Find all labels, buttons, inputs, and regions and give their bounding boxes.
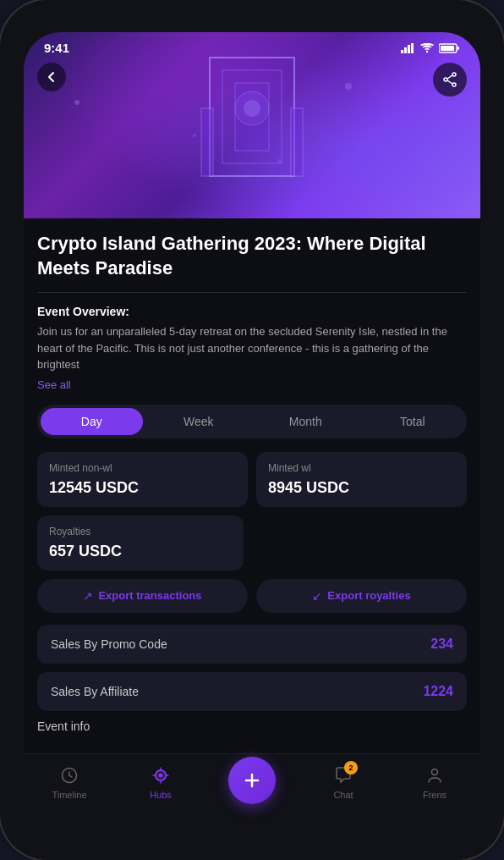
nav-icon-hubs <box>150 764 172 786</box>
share-icon <box>442 72 457 87</box>
content-area: Crypto Island Gathering 2023: Where Digi… <box>24 218 480 828</box>
svg-point-14 <box>452 73 456 76</box>
stat-label-minted-non-wl: Minted non-wl <box>49 462 236 474</box>
sales-affiliate-value: 1224 <box>423 684 453 699</box>
tab-total[interactable]: Total <box>362 408 464 435</box>
export-royalties-button[interactable]: ↙ Export royalties <box>256 579 467 613</box>
export-royalties-label: Export royalties <box>327 589 410 602</box>
event-overview-label: Event Overview: <box>37 305 467 318</box>
sales-promo-label: Sales By Promo Code <box>51 637 167 651</box>
hero-image <box>24 32 480 218</box>
back-button[interactable] <box>37 63 66 91</box>
event-info-label: Event info <box>37 719 467 733</box>
action-buttons: ↗ Export transactions ↙ Export royalties <box>37 579 467 613</box>
stats-grid: Minted non-wl 12545 USDC Minted wl 8945 … <box>37 452 467 507</box>
sales-promo-value: 234 <box>430 637 453 652</box>
svg-rect-10 <box>201 108 213 176</box>
svg-point-20 <box>432 769 438 775</box>
stat-label-minted-wl: Minted wl <box>268 462 455 474</box>
nav-icon-frens <box>424 764 446 786</box>
signal-icon <box>401 43 415 53</box>
svg-rect-2 <box>408 45 410 53</box>
export-transactions-label: Export transactions <box>98 589 201 602</box>
person-icon <box>425 766 444 785</box>
svg-rect-3 <box>411 43 414 53</box>
svg-point-19 <box>159 774 163 778</box>
svg-rect-5 <box>457 47 459 50</box>
svg-point-15 <box>444 78 447 81</box>
nav-item-timeline[interactable]: Timeline <box>24 761 115 800</box>
export-transactions-button[interactable]: ↗ Export transactions <box>37 579 248 613</box>
event-description: Join us for an unparalleled 5-day retrea… <box>37 323 467 373</box>
phone-frame: 9:41 <box>0 0 504 860</box>
nav-item-hubs[interactable]: Hubs <box>115 761 206 800</box>
nav-item-chat[interactable]: 2 Chat <box>298 761 389 800</box>
stat-label-royalties: Royalties <box>49 526 232 538</box>
svg-rect-11 <box>291 108 303 176</box>
svg-rect-1 <box>404 47 407 53</box>
share-button[interactable] <box>433 63 467 96</box>
svg-rect-0 <box>401 50 403 53</box>
sales-row-affiliate[interactable]: Sales By Affiliate 1224 <box>37 672 467 711</box>
tab-month[interactable]: Month <box>255 408 357 435</box>
nav-icon-timeline <box>58 764 80 786</box>
nav-label-frens: Frens <box>423 790 446 800</box>
status-bar: 9:41 <box>24 32 480 58</box>
svg-point-13 <box>244 100 260 117</box>
tab-week[interactable]: Week <box>148 408 250 435</box>
export-tx-icon: ↗ <box>83 589 93 603</box>
nav-label-hubs: Hubs <box>150 790 172 800</box>
stat-value-minted-wl: 8945 USDC <box>268 479 455 497</box>
nav-label-timeline: Timeline <box>52 790 86 800</box>
status-icons <box>401 43 460 53</box>
clock-icon <box>60 766 79 785</box>
export-royalties-icon: ↙ <box>312 589 322 603</box>
wifi-icon <box>420 43 434 53</box>
nav-icon-chat: 2 <box>332 764 354 786</box>
fab-button[interactable] <box>228 757 276 804</box>
sales-row-promo[interactable]: Sales By Promo Code 234 <box>37 625 467 664</box>
see-all-link[interactable]: See all <box>37 378 71 391</box>
stat-card-minted-non-wl: Minted non-wl 12545 USDC <box>37 452 248 507</box>
phone-screen: 9:41 <box>24 32 480 828</box>
nav-item-frens[interactable]: Frens <box>389 761 480 800</box>
plus-icon <box>242 770 262 791</box>
event-title: Crypto Island Gathering 2023: Where Digi… <box>37 232 467 280</box>
sales-affiliate-label: Sales By Affiliate <box>51 685 139 698</box>
svg-rect-6 <box>441 46 454 51</box>
stat-value-minted-non-wl: 12545 USDC <box>49 479 236 497</box>
tab-day[interactable]: Day <box>41 408 143 435</box>
stat-card-minted-wl: Minted wl 8945 USDC <box>256 452 467 507</box>
stat-card-royalties: Royalties 657 USDC <box>37 515 244 571</box>
svg-point-16 <box>452 83 456 86</box>
divider <box>37 292 467 293</box>
nav-label-chat: Chat <box>333 790 353 800</box>
status-time: 9:41 <box>44 41 69 55</box>
hero-portal <box>184 41 320 193</box>
tab-selector: Day Week Month Total <box>37 405 467 438</box>
back-arrow-icon <box>45 70 58 84</box>
hubs-icon <box>150 764 172 786</box>
chat-badge: 2 <box>344 761 358 775</box>
stat-value-royalties: 657 USDC <box>49 543 232 560</box>
battery-icon <box>439 43 460 53</box>
